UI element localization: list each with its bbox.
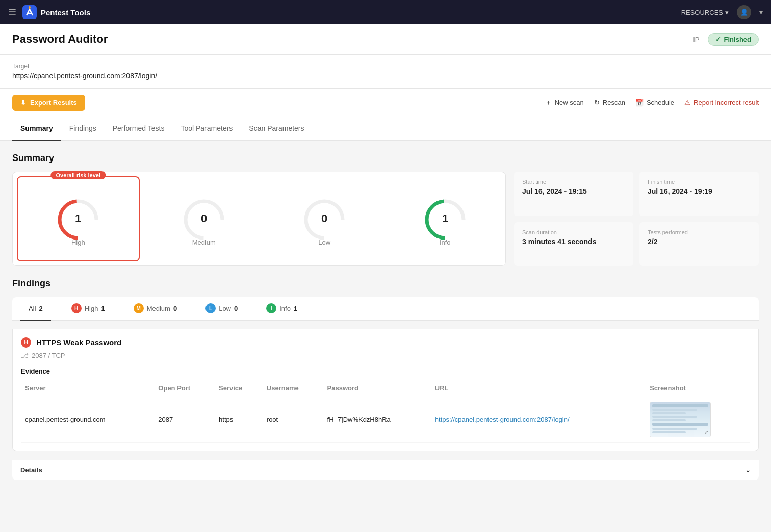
risk-cards-container: Overall risk level 1 High 0 Medium <box>12 172 506 266</box>
report-incorrect-button[interactable]: ⚠ Report incorrect result <box>684 99 759 107</box>
high-label: High <box>71 238 85 246</box>
evidence-table: Server Open Port Service Username Passwo… <box>21 380 750 443</box>
filter-medium-count: 0 <box>173 305 177 312</box>
logo-icon <box>22 5 37 19</box>
filter-tab-all[interactable]: All 2 <box>20 297 51 321</box>
evidence-url-link[interactable]: https://cpanel.pentest-ground.com:2087/l… <box>435 416 570 423</box>
details-chevron-icon: ⌄ <box>745 466 751 474</box>
scan-duration-value: 3 minutes 41 seconds <box>522 237 625 246</box>
target-url: https://cpanel.pentest-ground.com:2087/l… <box>12 72 759 80</box>
scan-duration-label: Scan duration <box>522 229 625 235</box>
svg-text:1: 1 <box>75 212 81 225</box>
hamburger-menu-icon[interactable]: ☰ <box>8 7 16 18</box>
medium-gauge: 0 <box>178 192 229 243</box>
low-label: Low <box>318 238 330 246</box>
findings-filter-tabs: All 2 H High 1 M Medium 0 L Low 0 I Info <box>12 297 759 321</box>
finding-severity-badge: H <box>21 337 31 348</box>
cell-url[interactable]: https://cpanel.pentest-ground.com:2087/l… <box>431 396 646 443</box>
top-navigation: ☰ Pentest Tools RESOURCES ▾ 👤 ▾ <box>0 0 771 24</box>
high-badge: H <box>71 303 82 313</box>
start-time-card: Start time Jul 16, 2024 - 19:15 <box>514 172 633 216</box>
new-scan-label: New scan <box>555 99 584 107</box>
high-gauge: 1 <box>53 192 104 243</box>
user-avatar[interactable]: 👤 <box>737 5 751 19</box>
low-gauge: 0 <box>299 192 350 243</box>
logo-text: Pentest Tools <box>41 8 90 17</box>
user-chevron-icon: ▾ <box>759 8 763 16</box>
tab-scan-parameters[interactable]: Scan Parameters <box>241 117 312 141</box>
cell-service: https <box>215 396 263 443</box>
scan-duration-card: Scan duration 3 minutes 41 seconds <box>514 222 633 267</box>
filter-medium-label: Medium <box>147 305 170 312</box>
user-icon: 👤 <box>740 9 748 16</box>
col-username: Username <box>263 380 323 396</box>
target-section: Target https://cpanel.pentest-ground.com… <box>0 55 771 89</box>
filter-tab-medium[interactable]: M Medium 0 <box>125 297 185 321</box>
details-toggle[interactable]: Details ⌄ <box>12 460 759 480</box>
finish-time-value: Jul 16, 2024 - 19:19 <box>648 187 751 195</box>
start-time-value: Jul 16, 2024 - 19:15 <box>522 187 625 195</box>
page-title: Password Auditor <box>12 33 108 46</box>
cell-server: cpanel.pentest-ground.com <box>21 396 154 443</box>
medium-badge: M <box>134 303 144 313</box>
page-header: Password Auditor IP ✓ Finished <box>0 24 771 55</box>
col-password: Password <box>323 380 431 396</box>
tab-summary[interactable]: Summary <box>12 117 61 141</box>
medium-label: Medium <box>192 238 216 246</box>
plus-icon: ＋ <box>545 98 552 108</box>
finding-title: HTTPS Weak Password <box>36 338 121 347</box>
filter-high-label: High <box>85 305 98 312</box>
filter-all-label: All <box>29 305 36 312</box>
report-incorrect-label: Report incorrect result <box>693 99 759 107</box>
risk-card-info: 1 Info <box>385 177 506 260</box>
screenshot-thumbnail[interactable]: ⤢ <box>650 402 711 437</box>
cell-open-port: 2087 <box>154 396 215 443</box>
export-results-button[interactable]: ⬇ Export Results <box>12 95 85 111</box>
filter-tab-high[interactable]: H High 1 <box>63 297 113 321</box>
finished-badge: ✓ Finished <box>708 33 759 46</box>
cell-username: root <box>263 396 323 443</box>
calendar-icon: 📅 <box>635 99 644 107</box>
tab-performed-tests[interactable]: Performed Tests <box>105 117 173 141</box>
summary-cards-row: Overall risk level 1 High 0 Medium <box>12 172 759 266</box>
filter-tab-info[interactable]: I Info 1 <box>258 297 305 321</box>
tab-tool-parameters[interactable]: Tool Parameters <box>172 117 241 141</box>
svg-text:0: 0 <box>321 212 327 225</box>
overall-risk-label: Overall risk level <box>51 171 106 179</box>
filter-info-count: 1 <box>294 305 297 312</box>
resources-label: RESOURCES <box>681 9 723 16</box>
resources-button[interactable]: RESOURCES ▾ <box>681 9 729 16</box>
table-row: cpanel.pentest-ground.com 2087 https roo… <box>21 396 750 443</box>
summary-section-title: Summary <box>12 153 759 164</box>
logo[interactable]: Pentest Tools <box>22 5 90 19</box>
col-screenshot: Screenshot <box>646 380 750 396</box>
filter-tab-low[interactable]: L Low 0 <box>197 297 246 321</box>
tests-performed-card: Tests performed 2/2 <box>639 222 759 267</box>
filter-low-count: 0 <box>234 305 238 312</box>
tab-findings[interactable]: Findings <box>61 117 105 141</box>
svg-point-1 <box>29 6 31 8</box>
filter-info-label: Info <box>279 305 291 312</box>
info-label: Info <box>440 238 451 246</box>
schedule-label: Schedule <box>647 99 674 107</box>
svg-text:1: 1 <box>442 212 448 225</box>
finished-label: Finished <box>724 36 751 43</box>
finding-item-https-weak-password: H HTTPS Weak Password ⎇ 2087 / TCP Evide… <box>12 329 759 451</box>
main-content: Summary Overall risk level 1 High 0 <box>0 141 771 532</box>
expand-icon: ⤢ <box>704 429 708 435</box>
schedule-button[interactable]: 📅 Schedule <box>635 99 674 107</box>
download-icon: ⬇ <box>20 99 26 107</box>
check-icon: ✓ <box>715 36 721 43</box>
details-label: Details <box>20 466 42 474</box>
warning-icon: ⚠ <box>684 99 690 107</box>
tests-performed-label: Tests performed <box>648 229 751 235</box>
info-gauge: 1 <box>420 192 471 243</box>
rescan-button[interactable]: ↻ Rescan <box>594 99 625 107</box>
col-open-port: Open Port <box>154 380 215 396</box>
info-badge: I <box>266 303 276 313</box>
network-icon: ⎇ <box>21 352 29 359</box>
findings-section: Findings All 2 H High 1 M Medium 0 L Low… <box>12 278 759 480</box>
tabs-bar: Summary Findings Performed Tests Tool Pa… <box>0 117 771 141</box>
toolbar: ⬇ Export Results ＋ New scan ↻ Rescan 📅 S… <box>0 89 771 117</box>
new-scan-button[interactable]: ＋ New scan <box>545 98 584 108</box>
